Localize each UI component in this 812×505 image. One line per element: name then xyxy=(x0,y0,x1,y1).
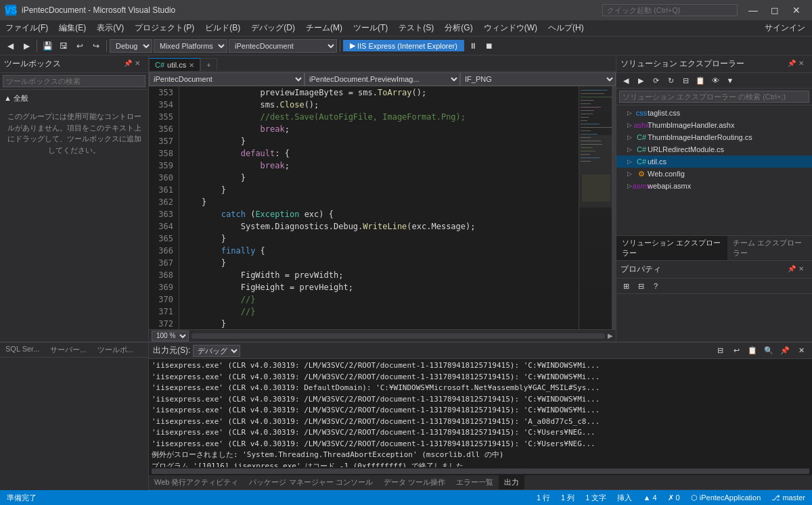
props-help-btn[interactable]: ? xyxy=(649,280,662,292)
output-tab-data[interactable]: データ ツール操作 xyxy=(378,475,451,489)
output-content[interactable]: 'iisexpress.exe' (CLR v4.0.30319: /LM/W3… xyxy=(149,359,812,467)
output-scrollbar[interactable] xyxy=(152,468,809,474)
editor-bottom-bar: 100 % ▶ xyxy=(149,329,616,341)
output-close-btn[interactable]: ✕ xyxy=(794,345,808,357)
code-line-372: } xyxy=(182,318,576,329)
tree-item-thumbrouting-cs[interactable]: ▷ C# ThumblmageHandlerRouting.cs xyxy=(616,131,812,143)
sol-back-btn[interactable]: ◀ xyxy=(619,74,633,87)
quick-launch-input[interactable] xyxy=(602,4,738,16)
bottom-tab-toolbox[interactable]: ツールボ... xyxy=(92,343,139,357)
sol-refresh-btn[interactable]: ↻ xyxy=(664,74,677,87)
status-bar: 準備完了 1 行 1 列 1 文字 挿入 ▲ 4 ✗ 0 ⬡ iPentecAp… xyxy=(0,490,812,505)
solution-search-input[interactable] xyxy=(619,91,809,103)
menu-project[interactable]: プロジェクト(P) xyxy=(129,21,200,35)
menu-help[interactable]: ヘルプ(H) xyxy=(543,21,589,35)
output-wrap-btn[interactable]: ↩ xyxy=(729,345,743,357)
redo-button[interactable]: ↪ xyxy=(89,39,104,53)
menu-file[interactable]: ファイル(F) xyxy=(0,21,53,35)
bottom-tab-server[interactable]: サーバー... xyxy=(45,343,91,357)
tree-item-thumbhandler-ashx[interactable]: ▷ ashx ThumblmageHandler.ashx xyxy=(616,119,812,131)
editor-tab-util-cs[interactable]: C# util.cs ✕ xyxy=(149,58,200,71)
output-tab-output[interactable]: 出力 xyxy=(499,475,524,489)
output-tab-errors[interactable]: エラー一覧 xyxy=(451,475,499,489)
properties-pin-icon[interactable]: 📌 xyxy=(788,265,797,274)
tree-item-taglist-css[interactable]: ▷ css taglist.css xyxy=(616,107,812,119)
toolbar-separator-1 xyxy=(37,40,37,52)
output-tab-web[interactable]: Web 発行アクティビティ xyxy=(149,475,244,489)
toolbox-pin-icon[interactable]: 📌 xyxy=(124,59,133,69)
zoom-select[interactable]: 100 % xyxy=(152,331,189,341)
pause-button[interactable]: ⏸ xyxy=(466,39,480,53)
menu-team[interactable]: チーム(M) xyxy=(300,21,348,35)
code-line-358: default: { xyxy=(182,147,576,160)
scroll-right-icon[interactable]: ▶ xyxy=(608,332,613,339)
forward-button[interactable]: ▶ xyxy=(19,39,34,53)
code-line-357: } xyxy=(182,135,576,147)
tree-item-util-cs[interactable]: ▷ C# util.cs xyxy=(616,155,812,168)
output-clear-btn[interactable]: ⊟ xyxy=(713,345,727,357)
tree-item-urlredirect-cs[interactable]: ▷ C# URLRedirectModule.cs xyxy=(616,143,812,155)
menu-tools[interactable]: ツール(T) xyxy=(348,21,393,35)
sol-show-all-btn[interactable]: 👁 xyxy=(708,74,722,87)
save-button[interactable]: 💾 xyxy=(40,39,55,53)
sol-props-btn[interactable]: 📋 xyxy=(694,74,707,87)
svg-rect-8 xyxy=(581,117,589,118)
menu-edit[interactable]: 編集(E) xyxy=(53,21,91,35)
tree-item-webapi-asmx[interactable]: ▷ asmx webapi.asmx xyxy=(616,180,812,192)
props-sort-btn[interactable]: ⊟ xyxy=(634,280,648,292)
toolbox-search-input[interactable] xyxy=(3,75,145,87)
status-arrows: ▲ 4 xyxy=(640,494,659,502)
solution-tab-explorer[interactable]: ソリューション エクスプローラー xyxy=(616,236,727,260)
close-button[interactable]: ✕ xyxy=(786,0,807,20)
bottom-tab-sql[interactable]: SQL Ser... xyxy=(0,343,45,357)
back-button[interactable]: ◀ xyxy=(3,39,18,53)
code-content[interactable]: previewImageBytes = sms.ToArray(); sms.C… xyxy=(179,87,579,329)
output-copy-btn[interactable]: 📋 xyxy=(746,345,759,357)
tree-item-web-config[interactable]: ▷ ⚙ Web.config xyxy=(616,168,812,180)
props-grid-btn[interactable]: ⊞ xyxy=(619,280,633,292)
menu-window[interactable]: ウィンドウ(W) xyxy=(478,21,543,35)
output-source-select[interactable]: デバッグ xyxy=(193,345,240,357)
solution-close-icon[interactable]: ✕ xyxy=(798,59,808,69)
properties-close-icon[interactable]: ✕ xyxy=(798,265,808,274)
solution-tab-team[interactable]: チーム エクスプローラー xyxy=(727,236,812,260)
toolbox-close-icon[interactable]: ✕ xyxy=(135,59,144,69)
menu-view[interactable]: 表示(V) xyxy=(91,21,129,35)
restore-button[interactable]: ◻ xyxy=(765,0,785,20)
sol-forward-btn[interactable]: ▶ xyxy=(634,74,648,87)
menu-test[interactable]: テスト(S) xyxy=(393,21,439,35)
platform-dropdown[interactable]: Mixed Platforms xyxy=(154,39,227,53)
run-button[interactable]: ▶ IIS Express (Internet Explorer) xyxy=(343,40,464,51)
menu-debug[interactable]: デバッグ(D) xyxy=(246,21,300,35)
menu-analyze[interactable]: 分析(G) xyxy=(439,21,478,35)
sol-collapse-btn[interactable]: ⊟ xyxy=(679,74,692,87)
member-dropdown-2[interactable]: IF_PNG xyxy=(460,72,616,86)
solution-pin-icon[interactable]: 📌 xyxy=(788,59,797,69)
project-dropdown[interactable]: iPentecDocument xyxy=(229,39,337,53)
undo-button[interactable]: ↩ xyxy=(72,39,87,53)
menu-build[interactable]: ビルド(B) xyxy=(200,21,246,35)
save-all-button[interactable]: 🖫 xyxy=(56,39,71,53)
properties-header: プロパティ 📌 ✕ xyxy=(616,261,812,279)
class-dropdown[interactable]: iPentecDocument xyxy=(149,72,304,86)
output-find-btn[interactable]: 🔍 xyxy=(762,345,775,357)
output-tab-package[interactable]: パッケージ マネージャー コンソール xyxy=(244,475,378,489)
editor-tab-new[interactable]: + xyxy=(200,58,217,71)
tab-close-icon[interactable]: ✕ xyxy=(189,62,194,69)
member-dropdown-1[interactable]: iPentecDocument.PreviewImag... xyxy=(304,72,460,86)
toolbar-separator-2 xyxy=(106,40,107,52)
menu-bar: ファイル(F) 編集(E) 表示(V) プロジェクト(P) ビルド(B) デバッ… xyxy=(0,20,812,37)
code-editor[interactable]: 353 354 355 356 357 358 359 360 361 362 … xyxy=(149,87,616,329)
minimize-button[interactable]: — xyxy=(743,0,763,20)
sol-sync-btn[interactable]: ⟳ xyxy=(649,74,662,87)
stop-button[interactable]: ⏹ xyxy=(482,39,497,53)
horizontal-scrollbar[interactable] xyxy=(191,333,605,339)
sol-filter-btn[interactable]: ▼ xyxy=(723,74,737,87)
config-dropdown[interactable]: Debug xyxy=(110,39,152,53)
editor-area: C# util.cs ✕ + iPentecDocument iPentecDo… xyxy=(149,55,616,341)
toolbox-section-header[interactable]: ▲ 全般 xyxy=(0,91,148,105)
output-pin-btn[interactable]: 📌 xyxy=(778,345,792,357)
signin-button[interactable]: サインイン xyxy=(758,21,812,35)
solution-search-area xyxy=(616,89,812,105)
code-line-363: catch (Exception exc) { xyxy=(182,208,576,220)
